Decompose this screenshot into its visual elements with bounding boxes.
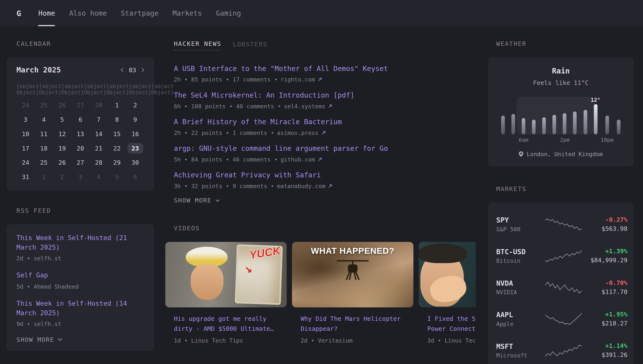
news-item-meta: 6h • 108 points • 40 comments • sel4.sys… <box>174 103 475 110</box>
market-row[interactable]: NVDA NVIDIA -0.70% $117.70 <box>496 271 625 303</box>
calendar-day[interactable]: 23 <box>126 141 144 156</box>
rss-item-link[interactable]: Self Gap <box>16 270 144 280</box>
market-symbol[interactable]: SPY <box>496 216 545 224</box>
market-symbol[interactable]: NVDA <box>496 279 545 287</box>
calendar-day[interactable]: 27 <box>71 98 90 112</box>
nav-tab[interactable]: Startpage <box>121 0 159 26</box>
calendar-day[interactable]: 28 <box>90 156 108 170</box>
calendar-day[interactable]: 20 <box>71 141 90 156</box>
videos-widget: VIDEOS <box>165 225 476 344</box>
calendar-day[interactable]: 21 <box>90 141 108 156</box>
market-row[interactable]: AAPL Apple +1.95% $218.27 <box>496 303 625 334</box>
calendar-day[interactable]: 5 <box>53 112 71 126</box>
calendar-day[interactable]: 17 <box>16 141 35 156</box>
calendar-day[interactable]: 15 <box>108 126 126 141</box>
calendar-day[interactable]: 1 <box>108 98 126 112</box>
calendar-day[interactable]: 1 <box>35 170 53 184</box>
market-identity: NVDA NVIDIA <box>496 279 545 295</box>
weather-hour-column <box>570 96 580 144</box>
calendar-day[interactable]: 16 <box>126 126 144 141</box>
calendar-day[interactable]: 26 <box>53 98 71 112</box>
rss-item-link[interactable]: This Week in Self-Hosted (14 March 2025) <box>16 298 144 318</box>
calendar-day[interactable]: 10 <box>16 126 35 141</box>
news-item-domain[interactable]: github.com <box>281 156 315 163</box>
calendar-day[interactable]: 27 <box>71 156 90 170</box>
news-show-more-button[interactable]: SHOW MORE <box>174 197 220 204</box>
calendar-day[interactable]: 28 <box>90 98 108 112</box>
news-item: The SeL4 Microkernel: An Introduction [p… <box>174 90 475 110</box>
calendar-day[interactable]: 3 <box>71 170 90 184</box>
market-row[interactable]: SPY S&P 500 -0.27% $563.98 <box>496 208 625 240</box>
calendar-day[interactable]: 13 <box>71 126 90 141</box>
weather-hour-column: 6am <box>518 96 529 144</box>
market-row[interactable]: BTC-USD Bitcoin +1.39% $84,999.29 <box>496 240 625 271</box>
video-thumbnail[interactable]: YUCK <box>165 242 287 308</box>
calendar-day[interactable]: 14 <box>90 126 108 141</box>
video-thumbnail[interactable]: WHAT HAPPENED? <box>292 242 413 308</box>
calendar-day[interactable]: 19 <box>53 141 71 156</box>
market-row[interactable]: MSFT Microsoft +1.14% $391.26 <box>496 334 625 364</box>
market-sparkline <box>545 280 582 294</box>
calendar-day[interactable]: 2 <box>126 98 144 112</box>
calendar-day[interactable]: 26 <box>53 156 71 170</box>
news-item-domain[interactable]: asimov.press <box>277 130 319 136</box>
calendar-day[interactable]: 6 <box>71 112 90 126</box>
calendar-day[interactable]: 2 <box>53 170 71 184</box>
calendar-day[interactable]: 4 <box>90 170 108 184</box>
news-item-domain[interactable]: matanabudy.com <box>277 183 325 189</box>
calendar-day[interactable]: 7 <box>90 112 108 126</box>
thumbnail-figure <box>419 242 476 308</box>
calendar-day[interactable]: 3 <box>16 112 35 126</box>
news-item-domain[interactable]: righto.com <box>281 76 315 83</box>
market-symbol[interactable]: BTC-USD <box>496 248 545 256</box>
calendar-day[interactable]: 25 <box>35 98 53 112</box>
news-tab[interactable]: HACKER NEWS <box>174 40 221 50</box>
market-name: NVIDIA <box>496 289 545 296</box>
calendar-day-number: 5 <box>115 173 119 180</box>
calendar-day[interactable]: 29 <box>108 156 126 170</box>
calendar-prev-icon[interactable] <box>121 68 124 72</box>
news-item-link[interactable]: A Brief History of the Miracle Bacterium <box>174 117 475 126</box>
news-item-link[interactable]: Achieving Great Privacy with Safari <box>174 170 475 180</box>
video-title-link[interactable]: Why Did The Mars Helicopter Disappear? <box>301 314 413 334</box>
news-item-link[interactable]: A USB Interface to the "Mother of All De… <box>174 64 475 73</box>
app-logo[interactable]: G <box>16 8 21 18</box>
calendar-day[interactable]: 6 <box>126 170 144 184</box>
calendar-day[interactable]: 24 <box>16 98 35 112</box>
calendar-day[interactable]: 8 <box>108 112 126 126</box>
video-thumbnail[interactable]: DO T T <box>419 242 476 308</box>
market-symbol[interactable]: MSFT <box>496 342 545 350</box>
calendar-day[interactable]: 12 <box>53 126 71 141</box>
news-tab[interactable]: LOBSTERS <box>233 40 268 50</box>
news-item-link[interactable]: The SeL4 Microkernel: An Introduction [p… <box>174 90 475 100</box>
calendar-day[interactable]: 11 <box>35 126 53 141</box>
calendar-day[interactable]: 25 <box>35 156 53 170</box>
market-name: S&P 500 <box>496 226 545 232</box>
news-item-domain[interactable]: sel4.systems <box>284 103 325 110</box>
calendar-day[interactable]: 9 <box>126 112 144 126</box>
calendar-day[interactable]: 24 <box>16 156 35 170</box>
calendar-day[interactable]: 5 <box>108 170 126 184</box>
weather-location-row: London, United Kingdom <box>496 151 625 157</box>
calendar-day[interactable]: 22 <box>108 141 126 156</box>
video-title-link[interactable]: I Fixed the 5090's Melting Power Connect… <box>427 314 476 334</box>
market-price: $563.98 <box>582 225 628 232</box>
nav-tab[interactable]: Markets <box>173 0 202 26</box>
calendar-day[interactable]: 18 <box>35 141 53 156</box>
markets-widget-title: MARKETS <box>496 185 634 192</box>
calendar-next-icon[interactable] <box>142 68 145 72</box>
nav-tab[interactable]: Gaming <box>216 0 241 26</box>
nav-tab[interactable]: Also home <box>69 0 107 26</box>
rss-show-more-button[interactable]: SHOW MORE <box>16 336 62 343</box>
market-symbol[interactable]: AAPL <box>496 310 545 319</box>
nav-tab[interactable]: Home <box>38 0 55 26</box>
calendar-day[interactable]: 30 <box>126 156 144 170</box>
video-title-link[interactable]: His upgrade got me really dirty - AMD $5… <box>174 314 287 334</box>
calendar-day[interactable]: 4 <box>35 112 53 126</box>
calendar-day[interactable]: 31 <box>16 170 35 184</box>
weather-bar <box>553 115 556 134</box>
calendar-day-number: 25 <box>40 159 47 166</box>
weather-hour-column: 12° <box>590 96 600 144</box>
news-item-link[interactable]: argp: GNU-style command line argument pa… <box>174 144 475 153</box>
rss-item-link[interactable]: This Week in Self-Hosted (21 March 2025) <box>16 233 144 252</box>
